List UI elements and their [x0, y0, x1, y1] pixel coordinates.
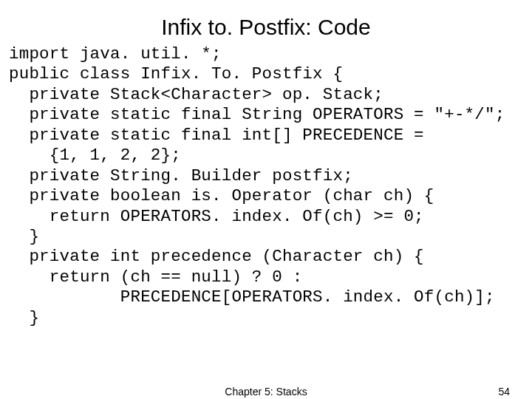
code-line: public class Infix. To. Postfix {	[9, 64, 343, 83]
code-line: return OPERATORS. index. Of(ch) >= 0;	[9, 207, 424, 226]
footer-chapter: Chapter 5: Stacks	[0, 386, 532, 398]
code-line: private int precedence (Character ch) {	[9, 247, 424, 266]
code-line: private String. Builder postfix;	[9, 166, 353, 185]
code-line: }	[9, 227, 39, 246]
code-line: return (ch == null) ? 0 :	[9, 267, 302, 287]
slide: Infix to. Postfix: Code import java. uti…	[0, 0, 532, 399]
code-line: private static final String OPERATORS = …	[9, 105, 505, 124]
code-line: {1, 1, 2, 2};	[9, 146, 181, 165]
code-line: PRECEDENCE[OPERATORS. index. Of(ch)];	[9, 287, 495, 307]
code-line: import java. util. *;	[9, 44, 222, 64]
footer-page-number: 54	[498, 386, 510, 398]
code-block: import java. util. *; public class Infix…	[0, 44, 532, 328]
code-line: }	[9, 308, 39, 327]
slide-title: Infix to. Postfix: Code	[0, 0, 532, 44]
code-line: private static final int[] PRECEDENCE =	[9, 126, 424, 145]
code-line: private Stack<Character> op. Stack;	[9, 85, 383, 104]
code-line: private boolean is. Operator (char ch) {	[9, 186, 434, 205]
